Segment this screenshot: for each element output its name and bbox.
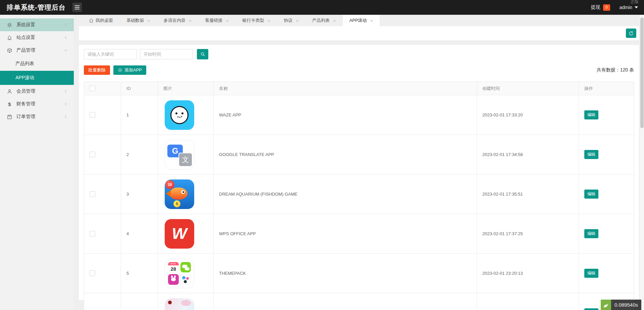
google-translate-app-icon: G 文 (165, 140, 194, 169)
tab-app-scroll[interactable]: APP滚动 × (343, 15, 380, 26)
vertical-scrollbar[interactable] (640, 15, 644, 310)
row-id: 2 (121, 135, 158, 174)
row-name: GOOGLE TRANSLATE APP (214, 135, 477, 174)
start-time-input[interactable] (140, 49, 193, 59)
edit-button[interactable]: 编辑 (584, 229, 598, 238)
tab-label: 多语言内容 (164, 17, 185, 23)
tab-service-link[interactable]: 客服链接 × (199, 15, 236, 26)
chevron-down-icon (64, 48, 68, 52)
edit-button[interactable]: 编辑 (584, 110, 598, 119)
tab-label: 协议 (284, 17, 292, 23)
tab-close-icon[interactable]: × (296, 18, 299, 23)
user-menu[interactable]: admin (620, 5, 640, 10)
tab-label: 产品列表 (312, 17, 330, 23)
row-id: 5 (121, 254, 158, 293)
sidebar-item-site-settings[interactable]: 站点设置 (0, 31, 74, 44)
tab-my-desktop[interactable]: 我的桌面 (82, 15, 120, 26)
sidebar-item-product-list[interactable]: 产品列表 (0, 57, 74, 71)
tab-agreement[interactable]: 协议 × (277, 15, 306, 26)
column-header-actions: 操作 (579, 82, 634, 95)
tab-close-icon[interactable]: × (370, 18, 373, 23)
sidebar-item-member-management[interactable]: 会员管理 (0, 85, 74, 98)
wps-office-app-icon: W (165, 219, 194, 249)
tab-close-icon[interactable]: × (147, 18, 150, 23)
exec-time-widget: 0.089540s (601, 300, 641, 310)
select-all-checkbox[interactable] (90, 86, 95, 91)
main-content: 我的桌面 基础数据 × 多语言内容 × 客服链接 × 银行卡类型 × 协议 × … (74, 0, 644, 300)
row-name: WAZE APP (214, 95, 477, 135)
column-header-image: 图片 (158, 82, 214, 95)
cube-icon (7, 48, 12, 53)
exec-time-value: 0.089540s (611, 300, 641, 310)
add-app-button[interactable]: 添加APP (113, 65, 146, 75)
scrollbar-thumb[interactable] (640, 17, 644, 128)
fish-shape (170, 188, 187, 200)
action-row: 批量删除 添加APP 共有数据：120 条 (84, 65, 634, 75)
chevron-left-icon (64, 102, 68, 106)
sidebar-item-system-settings[interactable]: 系统设置 (0, 18, 74, 31)
tab-label: 基础数据 (126, 17, 144, 23)
bell-icon (7, 35, 12, 41)
sidebar-item-order-management[interactable]: 订单管理 (0, 110, 74, 123)
row-id: 3 (121, 174, 158, 214)
row-checkbox[interactable] (90, 112, 95, 118)
keyword-search-input[interactable] (84, 49, 137, 59)
edit-button[interactable]: 编辑 (584, 150, 598, 159)
chevron-left-icon (64, 23, 68, 27)
tab-multilang-content[interactable]: 多语言内容 × (157, 15, 199, 26)
row-created: 2023-02-01 17:33:20 (477, 95, 579, 135)
chevron-left-icon (64, 89, 68, 93)
sidebar: 系统设置 站点设置 产品管理 产品列表 APP滚动 会员管理 $ 财务管理 订单… (0, 15, 74, 310)
edit-button[interactable]: 编辑 (584, 190, 598, 199)
table-row: 编辑 (84, 293, 634, 310)
sidebar-item-label: 产品列表 (15, 61, 34, 67)
row-name: WPS OFFICE APP (214, 214, 477, 254)
chevron-left-icon (64, 115, 68, 119)
app-table: ID 图片 名称 创建时间 操作 1 (84, 82, 634, 310)
toolbar-strip (79, 26, 639, 40)
add-app-label: 添加APP (124, 67, 142, 73)
mini-paw-icon (168, 274, 179, 285)
edit-button[interactable]: 编辑 (584, 308, 598, 310)
tab-close-icon[interactable]: × (226, 18, 229, 23)
row-id: 4 (121, 214, 158, 254)
sidebar-item-label: 财务管理 (16, 101, 35, 107)
refresh-button[interactable] (626, 29, 636, 38)
content-panel: 批量删除 添加APP 共有数据：120 条 ID 图片 名称 创建时间 操作 (79, 45, 639, 300)
fishdom-game-icon: 10 5 (165, 179, 194, 209)
dollar-icon: $ (7, 101, 12, 107)
column-header-name: 名称 (214, 82, 477, 95)
row-checkbox[interactable] (90, 191, 95, 197)
tab-close-icon[interactable]: × (333, 18, 336, 23)
tab-close-icon[interactable]: × (189, 18, 192, 23)
tab-product-list[interactable]: 产品列表 × (306, 15, 343, 26)
tab-basic-data[interactable]: 基础数据 × (120, 15, 157, 26)
tab-bankcard-type[interactable]: 银行卡类型 × (235, 15, 277, 26)
sidebar-item-product-management[interactable]: 产品管理 (0, 44, 74, 57)
row-id: 1 (121, 95, 158, 135)
row-checkbox[interactable] (90, 231, 95, 237)
edit-button[interactable]: 编辑 (584, 269, 598, 278)
row-id (121, 293, 158, 310)
sidebar-item-app-scroll[interactable]: APP滚动 (0, 71, 74, 85)
sidebar-item-label: APP滚动 (15, 75, 34, 81)
themepack-app-icon: WED 28 (165, 259, 194, 288)
search-button[interactable] (197, 49, 208, 59)
row-checkbox[interactable] (90, 152, 95, 157)
table-header-row: ID 图片 名称 创建时间 操作 (84, 82, 634, 95)
sidebar-item-label: 订单管理 (16, 114, 35, 120)
tab-label: 银行卡类型 (242, 17, 264, 23)
sidebar-item-finance-management[interactable]: $ 财务管理 (0, 98, 74, 110)
sidebar-item-label: 系统设置 (16, 22, 35, 28)
batch-delete-button[interactable]: 批量删除 (84, 65, 110, 75)
sidebar-toggle-button[interactable] (72, 3, 82, 12)
table-row: 1 WAZE APP 2023-02-01 17:33:20 编辑 (84, 95, 634, 135)
mini-cloud-icon (180, 262, 191, 273)
withdraw-link[interactable]: 提现 0 (591, 4, 610, 11)
row-checkbox[interactable] (90, 270, 95, 276)
search-icon (200, 52, 205, 57)
refresh-icon (629, 31, 634, 36)
tab-close-icon[interactable]: × (267, 18, 270, 23)
hamburger-icon (75, 7, 79, 8)
withdraw-label: 提现 (591, 4, 600, 10)
